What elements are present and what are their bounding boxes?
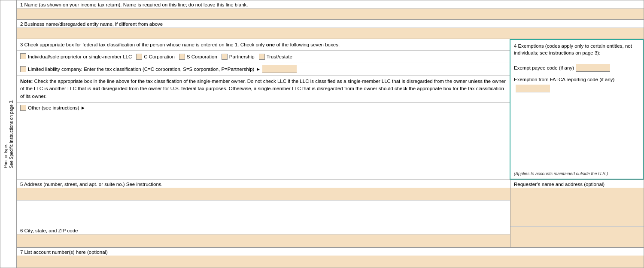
fatca-label: Exemption from FATCA reporting code (if … <box>514 77 614 82</box>
section5-row: 5 Address (number, street, and apt. or s… <box>17 180 644 226</box>
c-corp-label: C Corporation <box>144 54 175 59</box>
section6-main: 6 City, state, and ZIP code <box>17 226 510 247</box>
section5-label: 5 Address (number, street, and apt. or s… <box>17 180 510 188</box>
llc-classification-input[interactable] <box>262 65 297 73</box>
section3: 3 Check appropriate box for federal tax … <box>17 39 510 180</box>
section5-input[interactable] <box>17 188 510 201</box>
s-corp-checkbox-item: S Corporation <box>179 54 217 60</box>
section7-label-text: 7 List account number(s) here (optional) <box>20 250 108 255</box>
note-bold: Note: <box>20 79 33 84</box>
fatca-row: Exemption from FATCA reporting code (if … <box>514 76 639 92</box>
c-corp-checkbox-item: C Corporation <box>136 54 175 60</box>
applies-text-content: (Applies to accounts maintained outside … <box>514 171 608 176</box>
section6-side <box>510 226 644 247</box>
section3-header-end: of the following seven boxes. <box>275 42 340 47</box>
checkboxes-row: Individual/sole proprietor or single-mem… <box>17 51 510 63</box>
trust-checkbox[interactable] <box>259 54 265 60</box>
partnership-checkbox[interactable] <box>222 54 228 60</box>
individual-checkbox-item: Individual/sole proprietor or single-mem… <box>20 53 132 60</box>
individual-label: Individual/sole proprietor or single-mem… <box>28 53 132 60</box>
side-label-text: Print or type. See Specific Instructions… <box>3 100 14 168</box>
s-corp-checkbox[interactable] <box>179 54 185 60</box>
line2-input[interactable] <box>17 28 644 39</box>
section3-header: 3 Check appropriate box for federal tax … <box>17 39 510 51</box>
section6-label-text: 6 City, state, and ZIP code <box>20 228 78 233</box>
partnership-label: Partnership <box>229 54 255 59</box>
line2-label-text: 2 Business name/disregarded entity name,… <box>20 21 163 27</box>
section7: 7 List account number(s) here (optional) <box>17 247 644 268</box>
note-row: Note: Check the appropriate box in the l… <box>17 76 510 103</box>
trust-checkbox-item: Trust/estate <box>259 54 292 60</box>
line1-label-text: 1 Name (as shown on your income tax retu… <box>20 2 248 7</box>
requester-label: Requester’s name and address (optional) <box>510 180 644 188</box>
section5-left: 5 Address (number, street, and apt. or s… <box>17 180 510 226</box>
section5-right: Requester’s name and address (optional) <box>510 180 644 226</box>
side-label: Print or type. See Specific Instructions… <box>0 0 17 268</box>
section6-input[interactable] <box>17 234 510 247</box>
requester-label-text: Requester’s name and address (optional) <box>514 182 605 187</box>
section5-label-text: 5 Address (number, street, and apt. or s… <box>20 182 163 187</box>
section4: 4 Exemptions (codes apply only to certai… <box>510 39 644 180</box>
llc-checkbox[interactable] <box>20 66 26 72</box>
line1-label: 1 Name (as shown on your income tax retu… <box>17 0 644 9</box>
exempt-payee-row: Exempt payee code (if any) <box>514 64 639 72</box>
trust-label: Trust/estate <box>267 54 292 59</box>
line1-input[interactable] <box>17 9 644 20</box>
requester-input[interactable] <box>510 188 644 226</box>
section6-label: 6 City, state, and ZIP code <box>17 226 510 234</box>
section7-label: 7 List account number(s) here (optional) <box>17 248 644 256</box>
s-corp-label: S Corporation <box>187 54 217 59</box>
section4-title: 4 Exemptions (codes apply only to certai… <box>514 43 639 56</box>
line2-label: 2 Business name/disregarded entity name,… <box>17 20 644 28</box>
fatca-input[interactable] <box>516 85 550 92</box>
c-corp-checkbox[interactable] <box>136 54 142 60</box>
section4-title-text: 4 Exemptions (codes apply only to certai… <box>514 43 632 55</box>
applies-text: (Applies to accounts maintained outside … <box>514 167 639 176</box>
section6-row: 6 City, state, and ZIP code <box>17 226 644 247</box>
other-checkbox[interactable] <box>20 105 26 111</box>
section3-header-bold: one <box>266 42 275 47</box>
partnership-checkbox-item: Partnership <box>222 54 255 60</box>
individual-checkbox[interactable] <box>20 53 26 59</box>
other-label: Other (see instructions) ► <box>28 105 85 110</box>
llc-text: Limited liability company. Enter the tax… <box>28 67 261 72</box>
section7-input[interactable] <box>17 256 644 268</box>
section3-header-text: 3 Check appropriate box for federal tax … <box>20 42 266 47</box>
exempt-payee-label: Exempt payee code (if any) <box>514 64 574 71</box>
exempt-payee-input[interactable] <box>576 64 610 72</box>
form-main: 1 Name (as shown on your income tax retu… <box>17 0 644 268</box>
llc-row: Limited liability company. Enter the tax… <box>17 63 510 76</box>
section-3-4: 3 Check appropriate box for federal tax … <box>17 39 644 180</box>
other-row: Other (see instructions) ► <box>17 103 510 113</box>
note-not: not <box>92 86 100 91</box>
